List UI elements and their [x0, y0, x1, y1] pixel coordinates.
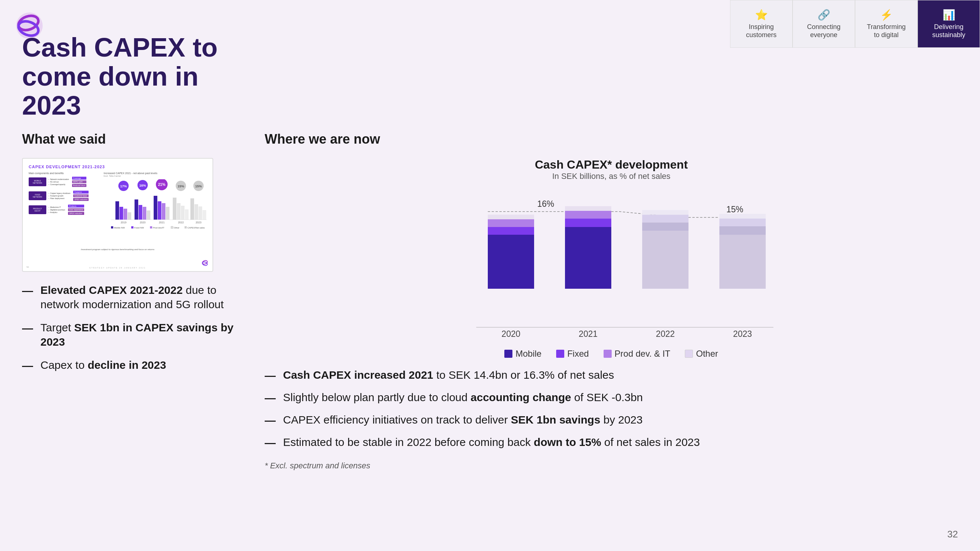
slide-row-product: PRODUCTDEV/IT → Modernize IT → Digitaliz…	[29, 205, 100, 215]
left-bullet-3: — Capex to decline in 2023	[22, 358, 235, 373]
bar-2022-fixed	[642, 222, 689, 231]
svg-rect-17	[135, 200, 138, 220]
slide-page-num: 56	[27, 266, 29, 268]
legend-fixed: Fixed	[556, 349, 589, 359]
svg-text:2021: 2021	[159, 221, 165, 224]
slide-row-fixed: FIXEDNETWORK → Copper legacy shutdown → …	[29, 191, 100, 201]
footnote: * Excl. spectrum and licenses	[265, 461, 958, 470]
bar-2021-prod	[565, 211, 611, 218]
bar-2020-prod	[488, 219, 534, 227]
right-heading: Where we are now	[265, 132, 958, 147]
fixed-items: → Copper legacy shutdown → Footprint gro…	[48, 192, 70, 200]
bar-2023-mobile	[719, 235, 766, 289]
svg-rect-26	[177, 203, 180, 220]
bar-2023-prod	[719, 218, 766, 226]
columns: What we said CAPEX DEVELOPMENT 2021-2023…	[22, 132, 958, 536]
svg-rect-47	[185, 226, 187, 229]
svg-rect-29	[191, 198, 194, 220]
legend-mobile: Mobile	[504, 349, 541, 359]
bar-2021-fixed	[565, 218, 611, 227]
tag-customer: Customer base	[73, 194, 89, 197]
product-label: PRODUCTDEV/IT	[29, 205, 46, 214]
left-bullet-1: — Elevated CAPEX 2021-2022 due to networ…	[22, 283, 235, 311]
svg-rect-20	[147, 211, 150, 220]
svg-text:15%: 15%	[195, 184, 202, 188]
chart-legend: Mobile Fixed Prod dev. & IT Other	[265, 349, 958, 359]
svg-text:2019: 2019	[121, 221, 126, 224]
legend-other-dot	[685, 350, 693, 358]
legend-fixed-dot	[556, 350, 564, 358]
right-bullet-3: — CAPEX efficiency initiatives on track …	[265, 413, 958, 427]
tag-arpu: ARPU uplift	[72, 180, 87, 183]
pct-15: 15%	[726, 205, 743, 214]
svg-rect-19	[143, 207, 146, 220]
svg-text:Mobile NW: Mobile NW	[114, 227, 125, 229]
product-items: → Modernize IT → Digitalize journeys → A…	[48, 206, 65, 213]
pct-16: 16%	[537, 199, 554, 209]
slide-inner: Main components and benefits MOBILENETWO…	[29, 172, 207, 245]
tag-cost-exp: Cost. experience	[68, 208, 84, 211]
year-2022: 2022	[656, 329, 675, 339]
mobile-items: → Network modernization → 5G roll-out → …	[48, 178, 69, 186]
legend-prod: Prod dev. & IT	[604, 349, 670, 359]
svg-rect-18	[138, 205, 142, 220]
year-2021: 2021	[579, 329, 597, 339]
left-bullets: — Elevated CAPEX 2021-2022 due to networ…	[22, 283, 235, 373]
left-bullet-2: — Target SEK 1bn in CAPEX savings by 202…	[22, 320, 235, 349]
chart-title: Cash CAPEX* development	[265, 158, 958, 171]
tag-products: Products	[68, 205, 84, 208]
svg-rect-28	[185, 210, 189, 220]
right-bullet-4: — Estimated to be stable in 2022 before …	[265, 435, 958, 450]
mini-chart: 17% 16% 21% 15% 15%	[103, 179, 207, 231]
left-column: What we said CAPEX DEVELOPMENT 2021-2023…	[22, 132, 235, 536]
slide-preview: CAPEX DEVELOPMENT 2021-2023 Main compone…	[22, 158, 213, 272]
svg-rect-23	[162, 203, 165, 220]
svg-rect-31	[199, 206, 202, 220]
svg-rect-32	[202, 210, 206, 220]
svg-rect-39	[111, 226, 113, 229]
title-line1: Cash CAPEX to come down in	[22, 33, 218, 91]
svg-text:21%: 21%	[158, 183, 165, 187]
svg-rect-15	[124, 209, 127, 220]
svg-rect-13	[115, 201, 119, 220]
tag-opex2: OPEX reduction	[68, 212, 84, 215]
legend-other-label: Other	[696, 349, 718, 359]
slide-left-subtitle: Main components and benefits	[29, 172, 100, 175]
year-2020: 2020	[501, 329, 520, 339]
bar-2023-fixed	[719, 226, 766, 234]
tag-opex1: OPEX reduction	[73, 198, 89, 201]
svg-text:Prod dev/IT: Prod dev/IT	[153, 227, 164, 229]
bar-2020-mobile	[488, 235, 534, 289]
slide-preview-title: CAPEX DEVELOPMENT 2021-2023	[29, 165, 207, 169]
tag-footprint: Footprint	[73, 191, 89, 194]
title-line2: 2023	[22, 91, 81, 120]
page-number: 32	[947, 529, 958, 540]
right-bullet-1: — Cash CAPEX increased 2021 to SEK 14.4b…	[265, 368, 958, 383]
legend-prod-dot	[604, 350, 612, 358]
svg-text:17%: 17%	[120, 184, 127, 188]
legend-fixed-label: Fixed	[567, 349, 589, 359]
fixed-label: FIXEDNETWORK	[29, 191, 46, 200]
chart-svg: 16% 15%	[272, 189, 951, 343]
right-bullet-2: — Slightly below plan partly due to clou…	[265, 390, 958, 405]
svg-rect-27	[181, 206, 185, 220]
svg-rect-24	[166, 207, 169, 220]
left-heading: What we said	[22, 132, 235, 147]
slide-footer: STRATEGY UPDATE 28 JANUARY 2021	[23, 267, 212, 269]
svg-rect-16	[127, 212, 131, 220]
mobile-label: MOBILENETWORK	[29, 178, 46, 186]
slide-rows: MOBILENETWORK → Network modernization → …	[29, 177, 100, 215]
slide-right-subtitle: Increased CAPEX 2021 - not above past le…	[103, 172, 207, 177]
main-content: Cash CAPEX to come down in 2023 What we …	[0, 0, 980, 551]
svg-text:16%: 16%	[139, 184, 146, 187]
svg-text:Other: Other	[174, 227, 180, 229]
bar-2021-other	[565, 206, 611, 211]
right-column: Where we are now Cash CAPEX* development…	[265, 132, 958, 536]
bar-2021-mobile	[565, 227, 611, 289]
legend-mobile-dot	[504, 350, 512, 358]
slide-bottom-text: Investment program subject to rigorous b…	[29, 248, 207, 251]
year-2023: 2023	[733, 329, 752, 339]
svg-rect-22	[158, 201, 161, 220]
slide-row-mobile: MOBILENETWORK → Network modernization → …	[29, 177, 100, 187]
bar-2023-other	[719, 214, 766, 219]
